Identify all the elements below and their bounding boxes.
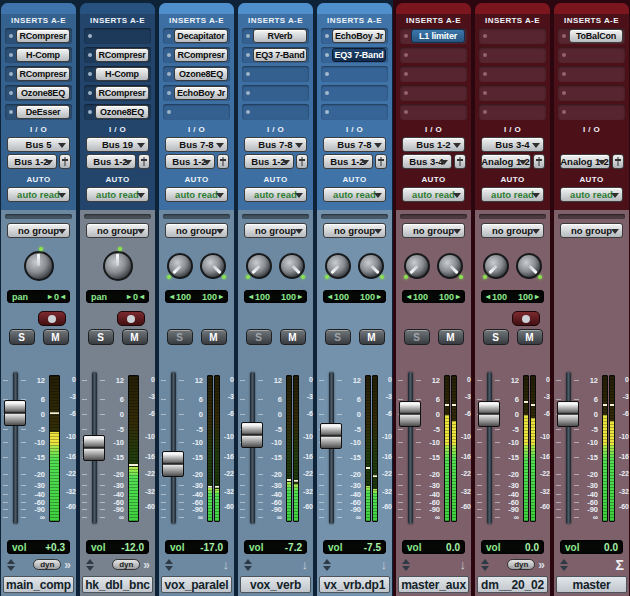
insert-slot[interactable]: EQ3 7-Band — [321, 47, 388, 63]
sends-collapsed-bar[interactable] — [84, 214, 151, 219]
solo-button[interactable]: S — [246, 329, 272, 345]
insert-plugin-button[interactable]: EchoBoy Jr — [174, 86, 228, 100]
insert-slot[interactable] — [163, 104, 230, 120]
solo-button[interactable]: S — [483, 329, 509, 345]
insert-slot[interactable] — [400, 47, 467, 63]
channel-color-tab[interactable] — [554, 3, 629, 14]
automation-mode-selector[interactable]: auto read — [402, 187, 465, 202]
fader-track[interactable] — [250, 372, 255, 524]
insert-slot[interactable]: L1 limiter — [400, 28, 467, 44]
volume-display[interactable]: vol0.0 — [481, 540, 544, 554]
insert-slot[interactable] — [479, 28, 546, 44]
insert-slot[interactable] — [321, 104, 388, 120]
group-selector[interactable]: no group — [165, 223, 228, 238]
insert-plugin-button[interactable]: EchoBoy Jr — [332, 29, 386, 43]
group-selector[interactable]: no group — [323, 223, 386, 238]
insert-slot[interactable] — [242, 66, 309, 82]
channel-name-plate[interactable]: master_aux — [398, 576, 469, 593]
solo-button[interactable]: S — [404, 329, 430, 345]
sends-collapsed-bar[interactable] — [321, 214, 388, 219]
input-selector[interactable]: Bus 1-2 — [402, 137, 465, 152]
channel-color-tab[interactable] — [159, 3, 234, 14]
pan-knob-left[interactable] — [167, 253, 193, 279]
insert-plugin-button[interactable]: RCompresr — [16, 67, 70, 81]
insert-slot[interactable]: RCompresr — [84, 47, 151, 63]
fader-cap[interactable] — [4, 400, 26, 426]
output-selector[interactable]: Bus 1-2 — [86, 154, 136, 169]
mute-button[interactable]: M — [280, 329, 306, 345]
insert-plugin-button[interactable]: RVerb — [253, 29, 307, 43]
fader-track[interactable] — [487, 372, 492, 524]
channel-name-plate[interactable]: main_comp — [3, 576, 74, 593]
pan-knob[interactable] — [24, 251, 54, 281]
output-window-button[interactable] — [612, 154, 624, 169]
group-selector[interactable]: no group — [481, 223, 544, 238]
input-selector[interactable]: Bus 3-4 — [481, 137, 544, 152]
mute-button[interactable]: M — [122, 329, 148, 345]
volume-nudge-spinner[interactable] — [243, 559, 252, 571]
input-selector[interactable]: Bus 19 — [86, 137, 149, 152]
insert-plugin-button[interactable]: ToBalCon — [569, 29, 623, 43]
insert-slot[interactable] — [479, 85, 546, 101]
mute-button[interactable]: M — [359, 329, 385, 345]
mute-button[interactable]: M — [201, 329, 227, 345]
insert-slot[interactable]: EQ3 7-Band — [242, 47, 309, 63]
volume-display[interactable]: vol-17.0 — [165, 540, 228, 554]
volume-nudge-spinner[interactable] — [85, 559, 94, 571]
insert-plugin-button[interactable]: H-Comp — [16, 48, 70, 62]
insert-plugin-button[interactable]: H-Comp — [95, 67, 149, 81]
channel-name-plate[interactable]: vox_verb — [240, 576, 311, 593]
insert-slot[interactable] — [479, 66, 546, 82]
group-selector[interactable]: no group — [7, 223, 70, 238]
insert-plugin-button[interactable]: EQ3 7-Band — [253, 48, 307, 62]
pan-knob-right[interactable] — [358, 253, 384, 279]
volume-display[interactable]: vol0.0 — [560, 540, 623, 554]
input-selector[interactable]: Bus 5 — [7, 137, 70, 152]
insert-slot[interactable]: H-Comp — [5, 47, 72, 63]
insert-slot[interactable]: RVerb — [242, 28, 309, 44]
output-selector[interactable]: Bus 3-4 — [402, 154, 452, 169]
channel-color-tab[interactable] — [317, 3, 392, 14]
output-selector[interactable]: Bus 1-2 — [244, 154, 294, 169]
insert-slot[interactable] — [479, 47, 546, 63]
channel-name-plate[interactable]: vox_paralel — [161, 576, 232, 593]
insert-slot[interactable]: RCompresr — [5, 66, 72, 82]
insert-slot[interactable]: EchoBoy Jr — [321, 28, 388, 44]
automation-mode-selector[interactable]: auto read — [481, 187, 544, 202]
pan-knob[interactable] — [103, 251, 133, 281]
channel-name-plate[interactable]: dm__20_02 — [477, 576, 548, 593]
volume-display[interactable]: vol-12.0 — [86, 540, 149, 554]
insert-slot[interactable]: H-Comp — [84, 66, 151, 82]
insert-slot[interactable] — [84, 28, 151, 44]
insert-slot[interactable] — [400, 104, 467, 120]
insert-plugin-button[interactable]: L1 limiter — [411, 29, 465, 43]
sends-collapsed-bar[interactable] — [5, 214, 72, 219]
output-window-button[interactable] — [217, 154, 229, 169]
automation-mode-selector[interactable]: auto read — [560, 187, 623, 202]
insert-slot[interactable]: Ozone8EQ — [163, 66, 230, 82]
fader-cap[interactable] — [320, 423, 342, 449]
solo-button[interactable]: S — [325, 329, 351, 345]
input-selector[interactable]: Bus 7-8 — [244, 137, 307, 152]
insert-plugin-button[interactable]: EQ3 7-Band — [332, 48, 386, 62]
channel-color-tab[interactable] — [238, 3, 313, 14]
volume-nudge-spinner[interactable] — [401, 559, 410, 571]
record-button[interactable] — [512, 311, 540, 326]
solo-button[interactable]: S — [167, 329, 193, 345]
insert-slot[interactable] — [321, 66, 388, 82]
sends-collapsed-bar[interactable] — [479, 214, 546, 219]
pan-knob-right[interactable] — [200, 253, 226, 279]
pan-display[interactable]: ◂100100▸ — [244, 290, 307, 303]
pan-knob-left[interactable] — [483, 253, 509, 279]
solo-button[interactable]: S — [9, 329, 35, 345]
pan-knob-right[interactable] — [437, 253, 463, 279]
input-selector[interactable]: Bus 7-8 — [165, 137, 228, 152]
solo-button[interactable]: S — [88, 329, 114, 345]
output-window-button[interactable] — [59, 154, 71, 169]
channel-color-tab[interactable] — [396, 3, 471, 14]
automation-mode-selector[interactable]: auto read — [323, 187, 386, 202]
insert-slot[interactable] — [558, 104, 625, 120]
insert-plugin-button[interactable]: RCompresr — [95, 86, 149, 100]
pan-knob-left[interactable] — [404, 253, 430, 279]
output-window-button[interactable] — [375, 154, 387, 169]
